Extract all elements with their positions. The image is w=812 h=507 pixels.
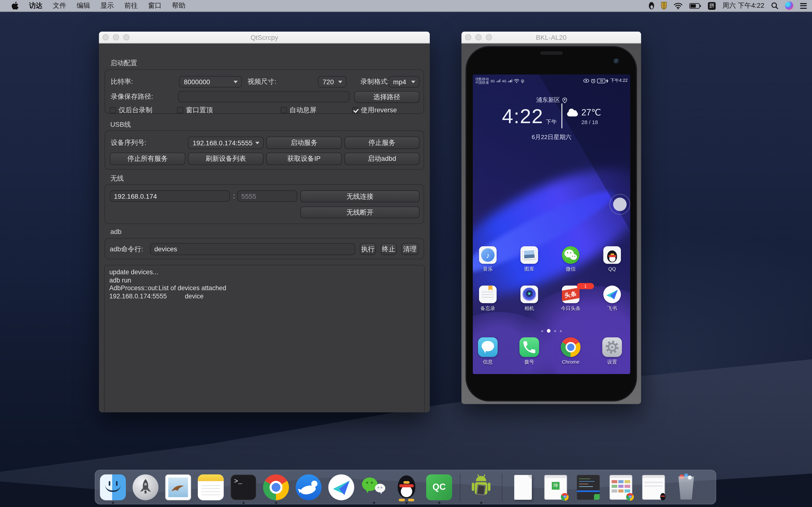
- wifi-status-icon[interactable]: [674, 0, 682, 11]
- bitrate-combobox[interactable]: 8000000: [179, 76, 242, 88]
- menu-item-window[interactable]: 窗口: [143, 0, 167, 11]
- finder-icon: [100, 474, 126, 500]
- dock-app-chrome[interactable]: Chrome: [550, 337, 591, 365]
- dock-item-trash[interactable]: [673, 474, 699, 500]
- page-dot[interactable]: [554, 330, 556, 332]
- close-button[interactable]: [102, 34, 109, 40]
- app-qq[interactable]: QQ: [591, 246, 630, 272]
- checkbox-box[interactable]: [110, 107, 116, 113]
- page-dot[interactable]: [541, 330, 543, 332]
- location-row[interactable]: 浦东新区: [473, 96, 630, 104]
- wifi-icon: [514, 78, 519, 83]
- dock-item-notes[interactable]: [198, 474, 224, 500]
- menu-item-go[interactable]: 前往: [119, 0, 143, 11]
- weather-block[interactable]: 27℃ 28 / 18: [567, 107, 601, 125]
- get-device-ip-button[interactable]: 获取设备IP: [266, 153, 342, 165]
- dock-item-mail[interactable]: [165, 474, 191, 500]
- menu-item-view[interactable]: 显示: [95, 0, 119, 11]
- dock-item-wechat[interactable]: [361, 474, 387, 500]
- checkbox-box[interactable]: [281, 107, 287, 113]
- adb-execute-button[interactable]: 执行: [360, 243, 376, 255]
- log-output-area[interactable]: update devices... adb run AdbProcess::ou…: [104, 265, 424, 412]
- stop-all-services-button[interactable]: 停止所有服务: [110, 153, 185, 165]
- checkbox-window-on-top[interactable]: 窗口置顶: [177, 106, 213, 115]
- menu-bar-clock[interactable]: 周六 下午4:22: [722, 1, 764, 10]
- record-format-combobox[interactable]: mp4: [388, 76, 419, 88]
- record-path-input[interactable]: [178, 91, 349, 102]
- start-adbd-button[interactable]: 启动adbd: [344, 153, 419, 165]
- app-music[interactable]: 音乐: [473, 246, 508, 273]
- app-gallery[interactable]: 图库: [508, 246, 550, 273]
- zoom-button[interactable]: [123, 34, 130, 40]
- minimize-button[interactable]: [475, 34, 481, 40]
- qtscrcpy-window: QtScrcpy 启动配置 比特率: 8000000 视频尺寸: 720 录制格…: [99, 32, 430, 412]
- dock-item-chrome-window[interactable]: 坤: [543, 474, 569, 500]
- shield-status-icon[interactable]: [661, 0, 667, 11]
- dock-item-chrome-window-2[interactable]: [608, 474, 634, 500]
- refresh-devices-button[interactable]: 刷新设备列表: [188, 153, 264, 165]
- page-dot[interactable]: [560, 330, 562, 332]
- close-button[interactable]: [465, 34, 471, 40]
- dock-item-chrome[interactable]: [263, 474, 289, 500]
- adb-terminate-button[interactable]: 终止: [380, 243, 397, 255]
- checkbox-box[interactable]: [177, 107, 184, 113]
- stop-service-button[interactable]: 停止服务: [344, 137, 419, 149]
- apple-menu[interactable]: [6, 1, 24, 10]
- app-toutiao[interactable]: 头条 1 今日头条: [550, 286, 591, 312]
- app-label: 设置: [607, 359, 617, 366]
- dock-item-finder[interactable]: [100, 474, 126, 500]
- qtscrcpy-body: 启动配置 比特率: 8000000 视频尺寸: 720 录制格式: mp4 录像…: [99, 44, 430, 412]
- assistive-touch-ball[interactable]: [609, 194, 630, 215]
- minimize-button[interactable]: [113, 34, 119, 40]
- dock-item-seal-app[interactable]: [296, 474, 322, 500]
- wireless-disconnect-button[interactable]: 无线断开: [300, 207, 419, 218]
- adb-cmd-input[interactable]: devices: [150, 243, 355, 255]
- dock-item-qq-window[interactable]: [641, 474, 666, 500]
- menu-bar-status: 拼 周六 下午4:22: [649, 0, 807, 11]
- dock-item-terminal[interactable]: >_: [231, 474, 256, 500]
- app-camera[interactable]: 相机: [508, 286, 550, 312]
- battery-status-icon[interactable]: [689, 0, 701, 11]
- dock-item-qtcreator-window[interactable]: [575, 474, 601, 500]
- dock-item-android-scrcpy[interactable]: [468, 474, 494, 500]
- choose-path-button[interactable]: 选择路径: [354, 91, 419, 103]
- checkbox-background-record[interactable]: 仅后台录制: [110, 106, 152, 115]
- start-service-button[interactable]: 启动服务: [266, 137, 342, 149]
- zoom-button[interactable]: [486, 34, 492, 40]
- wireless-ip-input[interactable]: 192.168.0.174: [110, 190, 230, 202]
- wireless-port-input[interactable]: 5555: [237, 190, 297, 202]
- app-feishu[interactable]: 飞书: [591, 286, 630, 312]
- serial-combobox[interactable]: 192.168.0.174:5555: [188, 137, 264, 149]
- gear-icon: [602, 337, 622, 357]
- wireless-connect-button[interactable]: 无线连接: [300, 190, 419, 202]
- dock-item-paper-plane[interactable]: [328, 474, 354, 500]
- adb-clear-button[interactable]: 清理: [401, 243, 418, 255]
- dock-item-qq[interactable]: [394, 474, 419, 500]
- menu-item-file[interactable]: 文件: [48, 0, 71, 11]
- menu-item-help[interactable]: 帮助: [167, 0, 191, 11]
- checkbox-box-checked[interactable]: [352, 107, 358, 113]
- qq-status-icon[interactable]: [649, 0, 654, 11]
- dock-item-qtcreator[interactable]: QC: [426, 474, 452, 500]
- menu-item-finder[interactable]: 访达: [24, 0, 48, 11]
- video-size-combobox[interactable]: 720: [318, 76, 347, 88]
- page-dot-active[interactable]: [547, 329, 551, 333]
- phone-screen[interactable]: 优酷移动 中国联通 3G 4G: [473, 74, 630, 374]
- notification-center-icon[interactable]: [800, 0, 807, 11]
- checkbox-auto-screen-off[interactable]: 自动息屏: [281, 106, 316, 115]
- dock-item-documents[interactable]: [510, 474, 536, 500]
- spotlight-icon[interactable]: [771, 0, 778, 11]
- clock-widget[interactable]: 4:22 下午 27℃ 28 / 18: [473, 104, 630, 128]
- dock-item-launchpad[interactable]: [133, 474, 158, 500]
- input-method-icon[interactable]: 拼: [708, 2, 716, 10]
- app-wechat[interactable]: 微信: [550, 246, 591, 273]
- signal-bars-icon: [508, 79, 512, 82]
- app-notes[interactable]: 备忘录: [473, 286, 508, 312]
- qq-badge-icon: [660, 493, 665, 500]
- checkbox-use-reverse[interactable]: 使用reverse: [352, 106, 397, 115]
- dock-app-settings[interactable]: 设置: [591, 337, 630, 366]
- menu-item-edit[interactable]: 编辑: [71, 0, 95, 11]
- siri-icon[interactable]: [785, 1, 794, 10]
- dock-app-dialer[interactable]: 拨号: [508, 337, 550, 366]
- dock-app-messages[interactable]: 信息: [473, 337, 508, 366]
